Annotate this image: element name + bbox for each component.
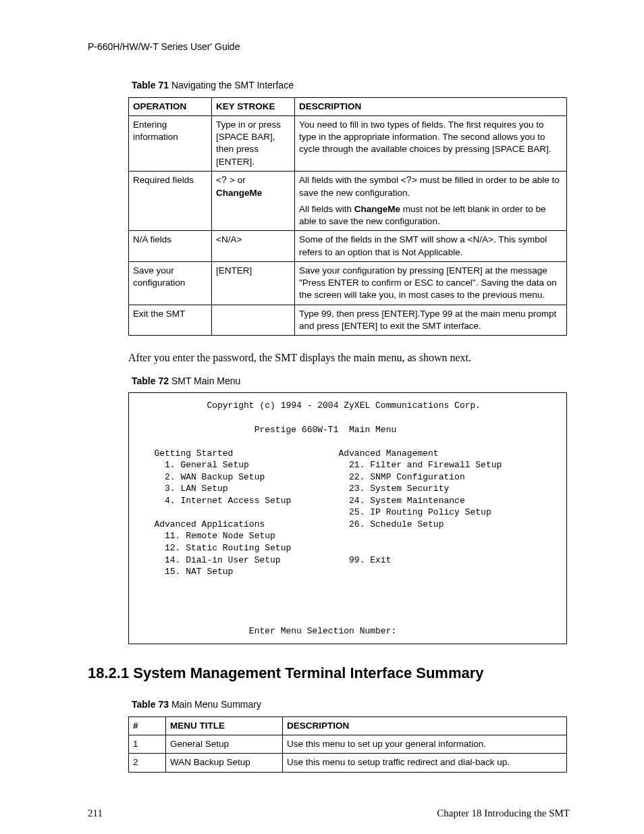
chapter-label: Chapter 18 Introducing the SMT <box>437 806 570 820</box>
table71-caption: Table 71 Navigating the SMT Interface <box>132 79 570 92</box>
table-row: Save your configuration [ENTER] Save you… <box>129 261 567 305</box>
table-row: N/A fields <N/A> Some of the fields in t… <box>129 231 567 261</box>
cell-key <box>212 305 295 335</box>
page-number: 211 <box>88 806 103 820</box>
table73-caption: Table 73 Main Menu Summary <box>132 698 570 711</box>
table73-h-num: # <box>129 716 166 735</box>
cell-key: Type in or press [SPACE BAR], then press… <box>212 116 295 172</box>
table-row: Entering information Type in or press [S… <box>129 116 567 172</box>
desc-p2a: All fields with <box>299 204 354 214</box>
cell-desc: All fields with the symbol <?> must be f… <box>295 171 567 231</box>
cell-desc: Type 99, then press [ENTER].Type 99 at t… <box>295 305 567 335</box>
page-footer: 211 Chapter 18 Introducing the SMT <box>88 806 570 820</box>
table-row: 2 WAN Backup Setup Use this menu to setu… <box>129 754 567 772</box>
key-prefix: < <box>216 175 221 185</box>
table73-h-title: MENU TITLE <box>166 716 283 735</box>
desc-p1b: ? <box>406 175 412 186</box>
desc-p2bold: ChangeMe <box>354 204 400 214</box>
cell-desc: You need to fill in two types of fields.… <box>295 116 567 172</box>
cell-op: Save your configuration <box>129 261 212 305</box>
section-heading-18-2-1: 18.2.1 System Management Terminal Interf… <box>88 663 570 683</box>
key-changeme: ChangeMe <box>216 188 262 198</box>
cell-key: <N/A> <box>212 231 295 261</box>
cell-key: [ENTER] <box>212 261 295 305</box>
cell-op: Required fields <box>129 171 212 231</box>
table73-header-row: # MENU TITLE DESCRIPTION <box>129 716 567 735</box>
running-header: P-660H/HW/W-T Series User' Guide <box>88 41 570 53</box>
table-row: Exit the SMT Type 99, then press [ENTER]… <box>129 305 567 335</box>
table73-caption-text: Main Menu Summary <box>169 699 261 710</box>
table73-h-desc: DESCRIPTION <box>283 716 567 735</box>
table72-caption: Table 72 SMT Main Menu <box>132 375 570 388</box>
cell-desc: Use this menu to set up your general inf… <box>283 735 567 754</box>
smt-main-menu-terminal: Copyright (c) 1994 - 2004 ZyXEL Communic… <box>128 392 567 644</box>
cell-desc: Some of the fields in the SMT will show … <box>295 231 567 261</box>
table71: OPERATION KEY STROKE DESCRIPTION Enterin… <box>128 97 567 336</box>
table73-caption-num: Table 73 <box>132 699 169 710</box>
cell-desc: Save your configuration by pressing [ENT… <box>295 261 567 305</box>
table71-h-desc: DESCRIPTION <box>295 97 567 115</box>
cell-op: Exit the SMT <box>129 305 212 335</box>
para-after-table71: After you enter the password, the SMT di… <box>128 350 570 365</box>
table71-header-row: OPERATION KEY STROKE DESCRIPTION <box>129 97 567 115</box>
cell-op: Entering information <box>129 116 212 172</box>
table71-caption-num: Table 71 <box>132 80 169 90</box>
table-row: Required fields <? > or ChangeMe All fie… <box>129 171 567 231</box>
table71-h-op: OPERATION <box>129 97 212 115</box>
cell-title: General Setup <box>166 735 283 754</box>
cell-op: N/A fields <box>129 231 212 261</box>
cell-title: WAN Backup Setup <box>166 754 283 772</box>
table73: # MENU TITLE DESCRIPTION 1 General Setup… <box>128 716 567 773</box>
cell-num: 2 <box>129 754 166 772</box>
table71-h-key: KEY STROKE <box>212 97 295 115</box>
cell-key: <? > or ChangeMe <box>212 171 295 231</box>
cell-desc: Use this menu to setup traffic redirect … <box>283 754 567 772</box>
table-row: 1 General Setup Use this menu to set up … <box>129 735 567 754</box>
table72-caption-num: Table 72 <box>132 375 169 386</box>
table72-caption-text: SMT Main Menu <box>169 375 240 386</box>
key-mid: > or <box>227 175 245 185</box>
table71-caption-text: Navigating the SMT Interface <box>169 80 294 90</box>
cell-num: 1 <box>129 735 166 754</box>
desc-p1a: All fields with the symbol < <box>299 175 406 185</box>
